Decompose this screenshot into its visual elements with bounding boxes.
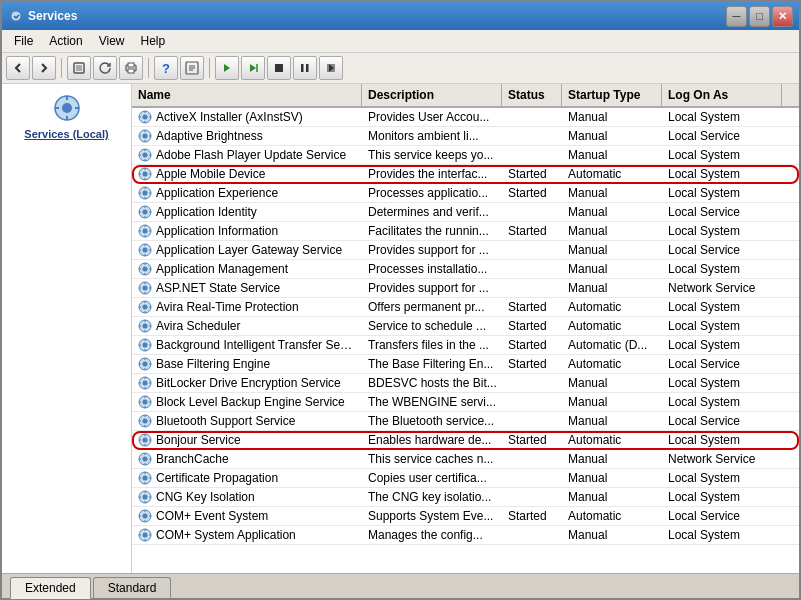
service-icon (138, 205, 152, 219)
cell-desc: This service keeps yo... (362, 146, 502, 164)
table-row[interactable]: Application IdentityDetermines and verif… (132, 203, 799, 222)
cell-desc: Service to schedule ... (362, 317, 502, 335)
menu-view[interactable]: View (91, 32, 133, 50)
service-name-text: ActiveX Installer (AxInstSV) (156, 110, 303, 124)
header-name[interactable]: Name (132, 84, 362, 106)
table-row[interactable]: Application InformationFacilitates the r… (132, 222, 799, 241)
table-row[interactable]: Avira Real-Time ProtectionOffers permane… (132, 298, 799, 317)
table-row[interactable]: ActiveX Installer (AxInstSV)Provides Use… (132, 108, 799, 127)
help-button[interactable]: ? (154, 56, 178, 80)
header-status[interactable]: Status (502, 84, 562, 106)
svg-point-26 (143, 191, 148, 196)
service-name-text: Application Information (156, 224, 278, 238)
cell-desc: Enables hardware de... (362, 431, 502, 449)
cell-name: ASP.NET State Service (132, 279, 362, 297)
svg-point-52 (143, 438, 148, 443)
toolbar: ? (2, 53, 799, 84)
back-button[interactable] (6, 56, 30, 80)
table-row[interactable]: ASP.NET State ServiceProvides support fo… (132, 279, 799, 298)
table-row[interactable]: Application ExperienceProcesses applicat… (132, 184, 799, 203)
menu-help[interactable]: Help (133, 32, 174, 50)
table-row[interactable]: Certificate PropagationCopies user certi… (132, 469, 799, 488)
header-desc[interactable]: Description (362, 84, 502, 106)
cell-desc: Provides the interfac... (362, 165, 502, 183)
table-row[interactable]: Background Intelligent Transfer ServiceT… (132, 336, 799, 355)
tab-standard[interactable]: Standard (93, 577, 172, 598)
cell-name: ActiveX Installer (AxInstSV) (132, 108, 362, 126)
minimize-button[interactable]: ─ (726, 6, 747, 27)
cell-desc: Provides User Accou... (362, 108, 502, 126)
sidebar-title[interactable]: Services (Local) (24, 128, 108, 140)
cell-desc: Processes applicatio... (362, 184, 502, 202)
svg-point-28 (143, 210, 148, 215)
cell-logon: Local System (662, 317, 782, 335)
cell-desc: BDESVC hosts the Bit... (362, 374, 502, 392)
forward-button[interactable] (32, 56, 56, 80)
title-bar: Services ─ □ ✕ (2, 2, 799, 30)
cell-name: Certificate Propagation (132, 469, 362, 487)
service-icon (138, 300, 152, 314)
cell-name: Application Experience (132, 184, 362, 202)
window-icon (8, 8, 24, 24)
cell-status: Started (502, 507, 562, 525)
service-name-text: BitLocker Drive Encryption Service (156, 376, 341, 390)
cell-logon: Local System (662, 298, 782, 316)
services-panel: Name Description Status Startup Type Log… (132, 84, 799, 573)
cell-status (502, 412, 562, 430)
table-row[interactable]: Block Level Backup Engine ServiceThe WBE… (132, 393, 799, 412)
table-row[interactable]: COM+ System ApplicationManages the confi… (132, 526, 799, 545)
svg-point-40 (143, 324, 148, 329)
menu-file[interactable]: File (6, 32, 41, 50)
cell-status (502, 260, 562, 278)
table-row[interactable]: Apple Mobile DeviceProvides the interfac… (132, 165, 799, 184)
maximize-button[interactable]: □ (749, 6, 770, 27)
restart-button[interactable] (319, 56, 343, 80)
header-startup[interactable]: Startup Type (562, 84, 662, 106)
cell-name: Block Level Backup Engine Service (132, 393, 362, 411)
start-button[interactable] (215, 56, 239, 80)
table-row[interactable]: Base Filtering EngineThe Base Filtering … (132, 355, 799, 374)
cell-desc: Manages the config... (362, 526, 502, 544)
table-row[interactable]: COM+ Event SystemSupports System Eve...S… (132, 507, 799, 526)
cell-logon: Local System (662, 260, 782, 278)
start-pause-button[interactable] (241, 56, 265, 80)
table-row[interactable]: Adaptive BrightnessMonitors ambient li..… (132, 127, 799, 146)
pause-button[interactable] (293, 56, 317, 80)
table-row[interactable]: BranchCacheThis service caches n...Manua… (132, 450, 799, 469)
service-name-text: Application Identity (156, 205, 257, 219)
print-button[interactable] (119, 56, 143, 80)
cell-name: CNG Key Isolation (132, 488, 362, 506)
table-row[interactable]: Avira SchedulerService to schedule ...St… (132, 317, 799, 336)
show-hide-button[interactable] (67, 56, 91, 80)
table-row[interactable]: BitLocker Drive Encryption ServiceBDESVC… (132, 374, 799, 393)
table-row[interactable]: Bonjour ServiceEnables hardware de...Sta… (132, 431, 799, 450)
table-row[interactable]: Application Layer Gateway ServiceProvide… (132, 241, 799, 260)
svg-point-32 (143, 248, 148, 253)
svg-rect-13 (306, 64, 309, 72)
header-logon[interactable]: Log On As (662, 84, 782, 106)
service-name-text: Certificate Propagation (156, 471, 278, 485)
table-row[interactable]: Adobe Flash Player Update ServiceThis se… (132, 146, 799, 165)
table-row[interactable]: Bluetooth Support ServiceThe Bluetooth s… (132, 412, 799, 431)
stop-button[interactable] (267, 56, 291, 80)
close-button[interactable]: ✕ (772, 6, 793, 27)
cell-name: BranchCache (132, 450, 362, 468)
cell-startup: Manual (562, 412, 662, 430)
properties-button[interactable] (180, 56, 204, 80)
table-body[interactable]: ActiveX Installer (AxInstSV)Provides Use… (132, 108, 799, 573)
table-row[interactable]: Application ManagementProcesses installa… (132, 260, 799, 279)
table-row[interactable]: CNG Key IsolationThe CNG key isolatio...… (132, 488, 799, 507)
refresh-button[interactable] (93, 56, 117, 80)
cell-logon: Local Service (662, 127, 782, 145)
cell-name: Background Intelligent Transfer Service (132, 336, 362, 354)
tab-extended[interactable]: Extended (10, 577, 91, 599)
cell-logon: Local Service (662, 412, 782, 430)
cell-startup: Manual (562, 222, 662, 240)
svg-rect-4 (128, 63, 134, 67)
cell-status (502, 203, 562, 221)
cell-logon: Local System (662, 374, 782, 392)
menu-action[interactable]: Action (41, 32, 90, 50)
svg-point-60 (143, 514, 148, 519)
cell-desc: The CNG key isolatio... (362, 488, 502, 506)
service-name-text: CNG Key Isolation (156, 490, 255, 504)
